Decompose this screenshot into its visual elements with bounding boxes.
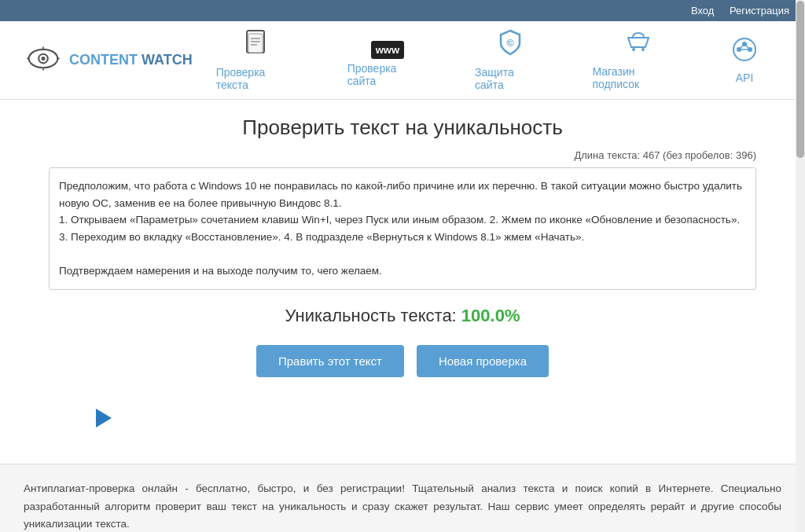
nav-label-protect-site: Защита сайта — [475, 66, 545, 91]
svg-rect-8 — [248, 34, 263, 53]
basket-icon — [625, 30, 652, 62]
text-length-info: Длина текста: 467 (без пробелов: 396) — [49, 149, 756, 161]
login-link[interactable]: Вход — [691, 5, 714, 17]
uniqueness-value: 100.0% — [461, 306, 520, 325]
nav-item-shop[interactable]: Магазин подписок — [568, 30, 708, 90]
cursor-area — [49, 401, 756, 448]
scrollbar[interactable] — [796, 0, 805, 532]
text-length-value: 467 — [643, 149, 660, 161]
edit-text-button[interactable]: Править этот текст — [256, 345, 404, 377]
www-icon: www — [371, 34, 404, 59]
action-buttons: Править этот текст Новая проверка — [49, 345, 756, 377]
logo[interactable]: CONTENT WATCH — [24, 41, 193, 80]
logo-text: CONTENT WATCH — [69, 53, 193, 68]
nav-label-check-site: Проверка сайта — [347, 62, 428, 87]
nav-item-check-site[interactable]: www Проверка сайта — [324, 34, 451, 87]
nav-label-api: API — [736, 72, 754, 84]
svg-text:©: © — [506, 37, 514, 49]
api-icon — [731, 36, 758, 68]
logo-watch: WATCH — [138, 52, 193, 68]
main-nav: Проверка текста www Проверка сайта © Защ… — [193, 29, 781, 91]
scrollbar-thumb[interactable] — [796, 1, 804, 158]
logo-content: CONTENT — [69, 52, 138, 68]
nav-item-api[interactable]: API — [708, 36, 781, 84]
nav-label-check-text: Проверка текста — [216, 66, 300, 91]
svg-line-21 — [744, 44, 750, 50]
header: CONTENT WATCH Проверка текста www Пров — [0, 21, 805, 100]
logo-icon — [24, 41, 63, 80]
register-link[interactable]: Регистрация — [730, 5, 789, 17]
main-content: Проверить текст на уникальность Длина те… — [25, 100, 780, 464]
svg-line-20 — [739, 44, 744, 50]
footer-description: Антиплагиат-проверка онлайн - бесплатно,… — [0, 464, 805, 532]
page-title: Проверить текст на уникальность — [49, 116, 756, 140]
svg-point-14 — [641, 48, 645, 51]
uniqueness-result: Уникальность текста: 100.0% — [49, 306, 756, 326]
svg-point-2 — [42, 57, 46, 61]
nav-item-check-text[interactable]: Проверка текста — [193, 29, 324, 91]
svg-point-13 — [632, 48, 635, 51]
shield-icon: © — [498, 29, 523, 63]
nav-label-shop: Магазин подписок — [592, 65, 684, 90]
doc-icon — [245, 29, 270, 63]
nav-item-protect-site[interactable]: © Защита сайта — [451, 29, 568, 91]
text-length-label: Длина текста: — [574, 149, 640, 161]
text-display-area: Предположим, что работа с Windows 10 не … — [49, 167, 756, 290]
cursor-arrow — [96, 409, 112, 427]
new-check-button[interactable]: Новая проверка — [417, 345, 549, 377]
top-bar: Вход Регистрация — [0, 0, 805, 21]
text-nospace-label: (без пробелов: — [663, 149, 733, 161]
uniqueness-label: Уникальность текста: — [285, 306, 457, 325]
text-nospace-value: 396) — [736, 149, 756, 161]
